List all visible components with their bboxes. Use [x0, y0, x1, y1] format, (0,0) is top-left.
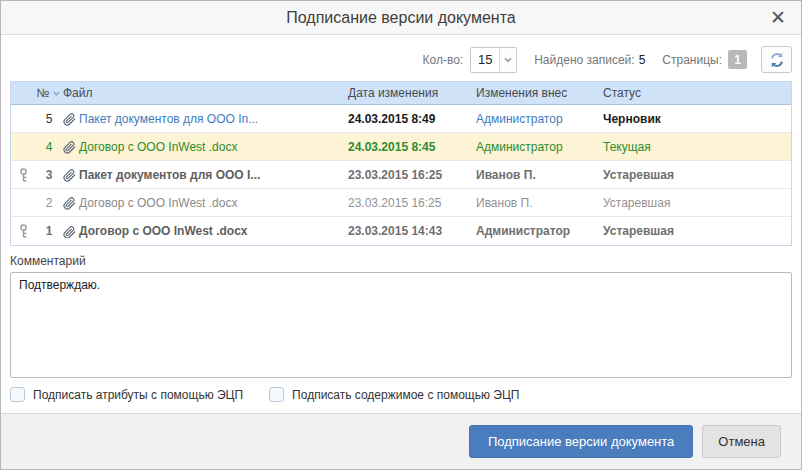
sign-attributes-checkbox[interactable] — [10, 387, 25, 402]
paperclip-icon — [63, 226, 76, 239]
comment-label: Комментарий — [10, 254, 792, 268]
found-label: Найдено записей: — [534, 53, 634, 67]
file-link[interactable]: Пакет документов для ООО I... — [79, 168, 260, 182]
table-body: 5Пакет документов для ООО In...24.03.201… — [11, 105, 791, 245]
sign-version-button[interactable]: Подписание версии документа — [469, 425, 693, 458]
chevron-down-icon[interactable] — [499, 48, 516, 72]
sign-content-label: Подписать содержимое с помощью ЭЦП — [292, 388, 519, 402]
paperclip-icon — [63, 169, 76, 182]
modified-date: 24.03.2015 8:45 — [348, 140, 476, 154]
modified-by[interactable]: Администратор — [476, 112, 603, 126]
modified-by: Администратор — [476, 224, 603, 238]
sign-content-checkbox[interactable] — [269, 387, 284, 402]
file-cell: Договор с ООО InWest .docx — [63, 196, 348, 210]
modified-by: Иванов П. — [476, 168, 603, 182]
count-label: Кол-во: — [423, 53, 464, 67]
sign-version-dialog: Подписание версии документа ✕ Кол-во: 15… — [0, 0, 802, 470]
key-icon — [18, 168, 29, 182]
chevron-down-icon[interactable] — [52, 90, 61, 97]
version-status: Устаревшая — [603, 196, 791, 210]
page-1-button[interactable]: 1 — [728, 50, 747, 69]
modified-date: 23.03.2015 16:25 — [348, 168, 476, 182]
version-status: Черновик — [603, 112, 791, 126]
header-date[interactable]: Дата изменения — [348, 86, 476, 100]
version-number: 1 — [35, 224, 63, 238]
version-status: Текущая — [603, 140, 791, 154]
file-link[interactable]: Пакет документов для ООО In... — [79, 112, 258, 126]
file-link[interactable]: Договор с ООО InWest .docx — [79, 140, 237, 154]
version-status: Устаревшая — [603, 224, 791, 238]
file-cell: Пакет документов для ООО I... — [63, 168, 348, 182]
version-number: 3 — [35, 168, 63, 182]
found-value: 5 — [639, 53, 646, 67]
toolbar: Кол-во: 15 Найдено записей: 5 Страницы: … — [10, 46, 792, 73]
header-number-label: № — [37, 86, 50, 100]
key-icon-cell — [11, 168, 35, 182]
modified-date: 23.03.2015 14:43 — [348, 224, 476, 238]
paperclip-icon — [63, 113, 76, 126]
file-cell: Пакет документов для ООО In... — [63, 112, 348, 126]
sign-attributes-option[interactable]: Подписать атрибуты с помощью ЭЦП — [10, 387, 243, 402]
modified-date: 23.03.2015 16:25 — [348, 196, 476, 210]
table-row[interactable]: 1Договор с ООО InWest .docx23.03.2015 14… — [11, 217, 791, 245]
version-number: 4 — [35, 140, 63, 154]
header-author[interactable]: Изменения внес — [476, 86, 603, 100]
table-row[interactable]: 3Пакет документов для ООО I...23.03.2015… — [11, 161, 791, 189]
table-header: № Файл Дата изменения Изменения внес Ста… — [11, 82, 791, 105]
count-select-value: 15 — [471, 48, 499, 72]
dialog-content: Кол-во: 15 Найдено записей: 5 Страницы: … — [1, 35, 801, 405]
paperclip-icon — [63, 197, 76, 210]
version-number: 5 — [35, 112, 63, 126]
dialog-titlebar: Подписание версии документа ✕ — [1, 1, 801, 35]
pages-label: Страницы: — [662, 53, 722, 67]
table-row[interactable]: 2Договор с ООО InWest .docx23.03.2015 16… — [11, 189, 791, 217]
version-number: 2 — [35, 196, 63, 210]
dialog-footer: Подписание версии документа Отмена — [1, 413, 801, 469]
table-row[interactable]: 5Пакет документов для ООО In...24.03.201… — [11, 105, 791, 133]
header-file[interactable]: Файл — [63, 86, 348, 100]
table-row[interactable]: 4Договор с ООО InWest .docx24.03.2015 8:… — [11, 133, 791, 161]
file-cell: Договор с ООО InWest .docx — [63, 224, 348, 238]
sign-attributes-label: Подписать атрибуты с помощью ЭЦП — [33, 388, 243, 402]
dialog-title: Подписание версии документа — [286, 9, 515, 27]
modified-date: 24.03.2015 8:49 — [348, 112, 476, 126]
count-select[interactable]: 15 — [470, 47, 517, 73]
refresh-button[interactable] — [761, 46, 792, 73]
key-icon-cell — [11, 224, 35, 238]
checkbox-row: Подписать атрибуты с помощью ЭЦП Подписа… — [10, 387, 792, 402]
refresh-icon — [769, 52, 785, 68]
file-link[interactable]: Договор с ООО InWest .docx — [79, 224, 248, 238]
sign-content-option[interactable]: Подписать содержимое с помощью ЭЦП — [269, 387, 519, 402]
modified-by: Иванов П. — [476, 196, 603, 210]
paperclip-icon — [63, 141, 76, 154]
header-status[interactable]: Статус — [603, 86, 791, 100]
versions-table: № Файл Дата изменения Изменения внес Ста… — [10, 81, 792, 246]
version-status: Устаревшая — [603, 168, 791, 182]
file-link[interactable]: Договор с ООО InWest .docx — [79, 196, 237, 210]
key-icon — [18, 224, 29, 238]
modified-by: Администратор — [476, 140, 603, 154]
close-icon[interactable]: ✕ — [768, 5, 788, 31]
comment-input[interactable]: Подтверждаю. — [10, 272, 792, 378]
header-number[interactable]: № — [35, 86, 63, 100]
cancel-button[interactable]: Отмена — [702, 425, 781, 458]
file-cell: Договор с ООО InWest .docx — [63, 140, 348, 154]
